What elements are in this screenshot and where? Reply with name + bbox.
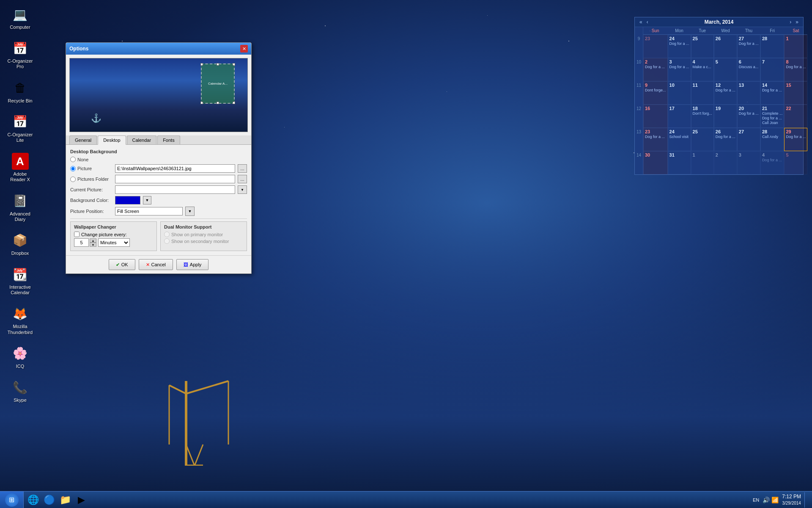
system-tray: EN 🔊 📶	[751, 497, 779, 503]
bg-color-dropdown[interactable]: ▼	[143, 196, 151, 204]
taskbar-clock[interactable]: 7:12 PM 3/29/2014	[782, 494, 801, 506]
current-picture-dropdown[interactable]: ▼	[238, 185, 247, 194]
tab-fonts[interactable]: Fonts	[157, 135, 180, 144]
dialog-buttons: ✔ OK ✕ Cancel 🖼 Apply	[66, 255, 251, 273]
radio-picture[interactable]	[70, 166, 76, 171]
radio-pictures-folder-label[interactable]: Pictures Folder	[70, 177, 112, 182]
spinner-arrows: ▲ ▼	[90, 238, 96, 247]
resize-handle-bl[interactable]	[200, 102, 203, 104]
change-every-checkbox[interactable]	[74, 232, 80, 237]
dialog-tabs: General Desktop Calendar Fonts	[66, 135, 251, 145]
dialog-titlebar: Options ✕	[66, 43, 251, 55]
picture-path-input[interactable]	[115, 164, 235, 173]
dialog-title: Options	[69, 46, 88, 52]
cancel-label: Cancel	[151, 262, 166, 267]
preview-calendar-box[interactable]: Calendar A...	[201, 64, 235, 104]
ok-label: OK	[121, 262, 128, 267]
tab-calendar[interactable]: Calendar	[127, 135, 157, 144]
form-row-bg-color: Background Color: ▼	[70, 196, 247, 204]
radio-picture-text: Picture	[77, 166, 92, 171]
start-orb-icon: ⊞	[5, 493, 19, 507]
taskbar: ⊞ 🌐 🔵 📁 ▶ EN 🔊 📶 7:12 PM 3	[0, 491, 812, 508]
secondary-monitor-text: Show on secondary monitor	[171, 239, 229, 244]
radio-secondary-monitor[interactable]	[164, 238, 170, 244]
bg-color-label: Background Color:	[70, 198, 112, 203]
secondary-monitor-row: Show on secondary monitor	[164, 238, 243, 244]
tray-lang[interactable]: EN	[751, 497, 761, 502]
bg-color-box[interactable]	[115, 196, 140, 204]
taskbar-right: EN 🔊 📶 7:12 PM 3/29/2014	[747, 492, 812, 508]
change-every-row: Change picture every:	[74, 232, 153, 237]
picture-position-label: Picture Position:	[70, 209, 112, 214]
resize-handle-tl[interactable]	[200, 63, 203, 66]
wallpaper-changer-title: Wallpaper Changer	[74, 224, 153, 229]
options-dialog: Options ✕ Calendar A... ⚓	[66, 42, 252, 274]
apply-icon: 🖼	[184, 262, 188, 267]
radio-none-label[interactable]: None	[70, 157, 88, 162]
spinner-row: ▲ ▼ Minutes Hours Seconds	[74, 238, 153, 247]
form-row-picture: Picture …	[70, 164, 247, 173]
picture-position-input[interactable]	[115, 207, 183, 215]
secondary-monitor-label[interactable]: Show on secondary monitor	[164, 238, 229, 244]
dialog-preview: Calendar A... ⚓	[69, 58, 248, 132]
radio-pictures-folder-text: Pictures Folder	[77, 177, 109, 182]
apply-label: Apply	[190, 262, 202, 267]
resize-handle-b[interactable]	[217, 102, 219, 104]
current-picture-input[interactable]	[115, 185, 235, 194]
spinner-value-input[interactable]	[74, 238, 89, 247]
taskbar-ie-icon[interactable]: 🌐	[25, 492, 41, 508]
current-picture-label: Current Picture:	[70, 187, 112, 192]
dual-panel: Wallpaper Changer Change picture every: …	[70, 221, 247, 251]
dual-monitor-panel: Dual Monitor Support Show on primary mon…	[160, 221, 247, 251]
spinner-up[interactable]: ▲	[90, 238, 96, 243]
picture-position-dropdown[interactable]: ▼	[185, 207, 195, 216]
time-spinner: ▲ ▼	[74, 238, 96, 247]
resize-handle-tr[interactable]	[233, 63, 235, 66]
resize-handle-t[interactable]	[217, 63, 219, 66]
start-button[interactable]: ⊞	[0, 491, 24, 508]
clock-time: 7:12 PM	[782, 494, 801, 500]
cancel-button[interactable]: ✕ Cancel	[139, 259, 173, 270]
preview-calendar-label: Calendar A...	[208, 82, 228, 86]
form-row-picture-position: Picture Position: ▼	[70, 207, 247, 216]
ok-button[interactable]: ✔ OK	[109, 259, 135, 270]
taskbar-items: 🌐 🔵 📁 ▶	[24, 491, 91, 508]
taskbar-chrome-icon[interactable]: 🔵	[41, 492, 57, 508]
resize-handle-br[interactable]	[233, 102, 235, 104]
show-desktop-button[interactable]	[804, 492, 808, 508]
form-row-current-picture: Current Picture: ▼	[70, 185, 247, 194]
pictures-folder-input[interactable]	[115, 175, 235, 183]
divider-1	[70, 218, 247, 219]
unit-select[interactable]: Minutes Hours Seconds	[98, 238, 130, 247]
browse-folder-button[interactable]: …	[238, 175, 247, 183]
dialog-overlay: Options ✕ Calendar A... ⚓	[0, 0, 812, 508]
tray-volume-icon[interactable]: 🔊	[763, 497, 770, 503]
form-row-none: None	[70, 157, 247, 162]
apply-button[interactable]: 🖼 Apply	[176, 259, 209, 270]
spinner-down[interactable]: ▼	[90, 243, 96, 247]
primary-monitor-label[interactable]: Show on primary monitor	[164, 232, 223, 237]
radio-primary-monitor[interactable]	[164, 232, 170, 237]
radio-none-text: None	[77, 157, 88, 162]
tab-desktop[interactable]: Desktop	[98, 135, 126, 145]
dialog-tab-content: Desktop Background None Picture …	[66, 145, 251, 255]
browse-picture-button[interactable]: …	[238, 164, 247, 173]
taskbar-media-icon[interactable]: ▶	[74, 492, 89, 508]
taskbar-folder-icon[interactable]: 📁	[58, 492, 73, 508]
radio-pictures-folder[interactable]	[70, 177, 76, 182]
preview-crane: ⚓	[91, 113, 102, 123]
ok-checkmark-icon: ✔	[116, 262, 120, 268]
primary-monitor-row: Show on primary monitor	[164, 232, 243, 237]
wallpaper-changer-panel: Wallpaper Changer Change picture every: …	[70, 221, 157, 251]
tray-network-icon[interactable]: 📶	[771, 497, 779, 503]
tab-general[interactable]: General	[69, 135, 97, 144]
dual-monitor-title: Dual Monitor Support	[164, 224, 243, 229]
form-row-pictures-folder: Pictures Folder …	[70, 175, 247, 183]
desktop: 💻 Computer 📅 C-Organizer Pro 🗑 Recycle B…	[0, 0, 812, 508]
change-every-label: Change picture every:	[81, 232, 127, 237]
dialog-close-button[interactable]: ✕	[240, 45, 248, 52]
section-title-desktop-bg: Desktop Background	[70, 149, 247, 154]
radio-picture-label[interactable]: Picture	[70, 166, 112, 171]
primary-monitor-text: Show on primary monitor	[171, 232, 223, 237]
radio-none[interactable]	[70, 157, 76, 162]
